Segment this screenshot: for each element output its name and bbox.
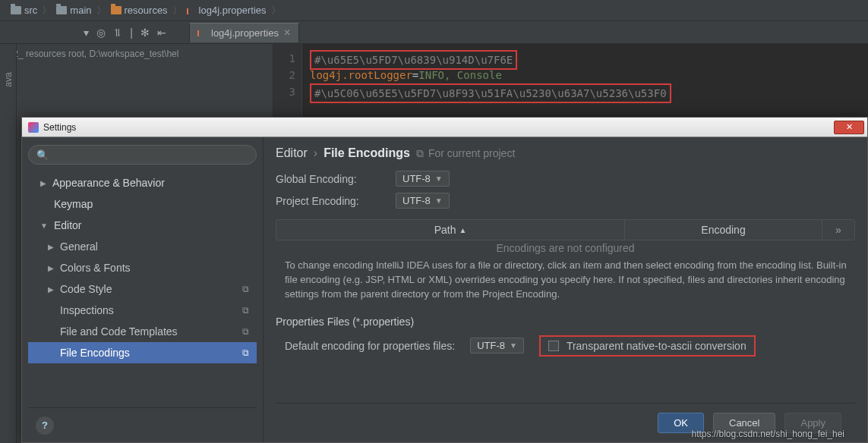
chevron-down-icon: ▼ <box>435 196 443 205</box>
code-line-2: log4j.rootLogger=INFO, Console <box>310 67 868 83</box>
chevron-right-icon: 〉 <box>96 4 106 17</box>
tree-inspections[interactable]: Inspections⧉ <box>28 300 257 321</box>
tree-label: Editor <box>54 219 82 231</box>
col-encoding[interactable]: Encoding <box>625 220 822 240</box>
line-number: 3 <box>273 83 295 100</box>
properties-section-title: Properties Files (*.properties) <box>276 316 855 328</box>
breadcrumb-label: log4j.properties <box>199 5 267 16</box>
dropdown-value: UTF-8 <box>402 173 431 184</box>
settings-main: Editor › File Encodings ⧉For current pro… <box>264 137 867 442</box>
tab-log4j-properties[interactable]: log4j.properties ✕ <box>189 23 299 42</box>
folder-icon <box>56 6 67 14</box>
separator: | <box>130 27 133 39</box>
tree-label: Inspections <box>60 304 114 316</box>
global-encoding-dropdown[interactable]: UTF-8 ▼ <box>396 171 450 187</box>
tree-code-style[interactable]: ▶Code Style⧉ <box>28 278 257 300</box>
caret-right-icon: ▶ <box>48 285 54 294</box>
close-button[interactable]: ✕ <box>834 121 864 134</box>
chevron-right-icon: › <box>314 146 317 160</box>
breadcrumb-src[interactable]: src <box>11 5 37 16</box>
watermark-text: https://blog.csdn.net/shi_hong_fei_hei <box>692 429 844 439</box>
dropdown-caret-icon[interactable]: ▾ <box>84 27 89 39</box>
tab-bar: log4j.properties ✕ <box>189 21 299 44</box>
search-box[interactable]: 🔍 <box>28 145 257 165</box>
tree-keymap[interactable]: Keymap <box>28 193 257 215</box>
collapse-icon[interactable]: ⇤ <box>157 27 166 39</box>
settings-tree: ▶Appearance & Behavior Keymap ▼Editor ▶G… <box>28 172 257 407</box>
gear-icon[interactable]: ✻ <box>140 27 150 39</box>
close-icon[interactable]: ✕ <box>283 27 291 38</box>
tree-general[interactable]: ▶General <box>28 236 257 257</box>
caret-down-icon: ▼ <box>40 222 48 230</box>
line-number: 2 <box>273 67 295 83</box>
breadcrumb-label: src <box>24 5 37 16</box>
encoding-description: To change encoding IntelliJ IDEA uses fo… <box>276 259 855 302</box>
copy-icon: ⧉ <box>242 305 249 316</box>
tool-window-rail: ava <box>0 44 17 443</box>
breadcrumb-label: main <box>70 5 91 16</box>
tree-appearance[interactable]: ▶Appearance & Behavior <box>28 172 257 193</box>
dropdown-value: UTF-8 <box>477 340 505 351</box>
chevron-down-icon: ▼ <box>435 174 443 183</box>
search-input[interactable] <box>53 149 248 161</box>
help-button[interactable]: ? <box>36 416 54 435</box>
tree-file-encodings[interactable]: File Encodings⧉ <box>28 342 257 363</box>
folder-icon <box>111 6 122 14</box>
crumb-file-encodings: File Encodings <box>324 146 410 160</box>
target-icon[interactable]: ◎ <box>96 27 106 39</box>
breadcrumb-resources[interactable]: resources <box>111 5 168 16</box>
line-number: 1 <box>273 50 295 67</box>
default-encoding-label: Default encoding for properties files: <box>285 340 455 352</box>
tree-label: Code Style <box>60 283 112 295</box>
global-encoding-label: Global Encoding: <box>276 173 382 185</box>
settings-dialog: Settings ✕ 🔍 ▶Appearance & Behavior Keym… <box>21 117 868 443</box>
chevron-down-icon: ▼ <box>510 341 517 350</box>
caret-right-icon: ▶ <box>48 243 54 251</box>
encodings-table-header: Path▲ Encoding » <box>276 219 855 240</box>
tree-colors-fonts[interactable]: ▶Colors & Fonts <box>28 257 257 278</box>
checkbox-label: Transparent native-to-ascii conversion <box>567 340 746 352</box>
default-encoding-dropdown[interactable]: UTF-8▼ <box>470 338 524 353</box>
tree-label: File Encodings <box>60 347 130 359</box>
crumb-scope: For current project <box>428 147 515 159</box>
project-encoding-label: Project Encoding: <box>276 195 382 207</box>
rail-item[interactable]: ava <box>2 72 13 86</box>
breadcrumb-label: resources <box>125 5 168 16</box>
settings-breadcrumb: Editor › File Encodings ⧉For current pro… <box>276 146 855 160</box>
breadcrumb-file[interactable]: log4j.properties <box>187 5 267 16</box>
tree-label: Keymap <box>54 198 93 210</box>
tab-label: log4j.properties <box>211 27 279 39</box>
chevron-right-icon: 〉 <box>42 4 52 17</box>
sort-asc-icon: ▲ <box>459 226 466 234</box>
dropdown-value: UTF-8 <box>402 195 431 206</box>
help-row: ? <box>28 407 257 442</box>
divider-icon: ⥮ <box>113 27 122 39</box>
project-encoding-dropdown[interactable]: UTF-8 ▼ <box>396 193 450 209</box>
crumb-editor: Editor <box>276 146 308 160</box>
app-icon <box>28 122 39 133</box>
properties-file-icon <box>187 5 196 16</box>
more-columns-button[interactable]: » <box>822 220 854 240</box>
col-path[interactable]: Path▲ <box>276 220 625 240</box>
tree-label: Colors & Fonts <box>60 262 131 274</box>
tree-label: General <box>60 240 98 253</box>
dialog-title: Settings <box>43 122 76 133</box>
caret-right-icon: ▶ <box>48 264 54 272</box>
not-configured-text: Encodings are not configured <box>276 242 855 256</box>
col-label: Path <box>434 224 456 236</box>
properties-file-icon <box>197 27 207 38</box>
checkbox[interactable] <box>548 341 559 351</box>
chevron-right-icon: 〉 <box>172 4 182 17</box>
tree-label: File and Code Templates <box>60 325 178 338</box>
dialog-footer: OK Cancel Apply https://blog.csdn.net/sh… <box>276 403 855 442</box>
settings-sidebar: 🔍 ▶Appearance & Behavior Keymap ▼Editor … <box>22 137 264 442</box>
breadcrumb-main[interactable]: main <box>56 5 91 16</box>
dialog-titlebar[interactable]: Settings ✕ <box>22 118 867 137</box>
transparent-ascii-option[interactable]: Transparent native-to-ascii conversion <box>539 335 756 357</box>
code-line-3: #\u5C06\u65E5\u5FD7\u8F93\u51FA\u5230\u6… <box>310 83 671 103</box>
tree-editor[interactable]: ▼Editor <box>28 215 257 236</box>
copy-icon: ⧉ <box>242 284 249 294</box>
copy-icon: ⧉ <box>242 326 249 337</box>
copy-icon: ⧉ <box>416 147 424 160</box>
tree-file-templates[interactable]: File and Code Templates⧉ <box>28 321 257 342</box>
